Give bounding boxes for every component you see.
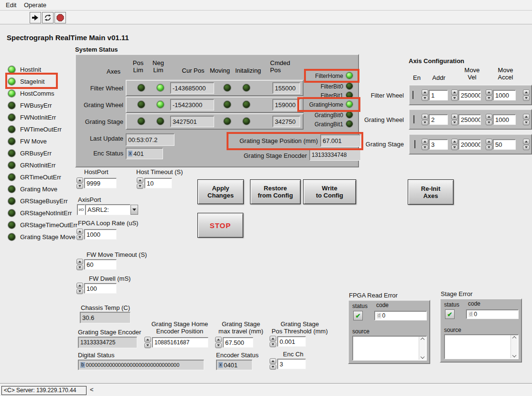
radix-indicator[interactable]: x [128,151,132,156]
scroll-down-icon[interactable] [512,353,516,357]
hostport-input[interactable]: 9999 [84,178,117,188]
gs-max-travel-input[interactable]: 67.500 [223,337,253,348]
fw-move-timeout-label: FW Move Timeout (S) [87,251,147,258]
error-status-button[interactable]: ✔ [445,309,455,319]
fpga-loop-rate-label: FPGA Loop Rate (uS) [78,220,138,227]
scroll-down-icon[interactable] [421,355,424,359]
radix-indicator[interactable]: d [468,311,473,317]
header-cur-pos: Cur Pos [178,67,208,74]
fw-move-timeout-spinner[interactable] [76,259,83,270]
gs-home-encoder-position-input[interactable]: 10885161687 [152,337,208,348]
extra-spinner[interactable] [523,89,530,101]
radix-indicator[interactable]: b [80,362,85,368]
fw-dwell-spinner[interactable] [76,283,83,294]
enc-ch-spinner[interactable] [270,358,276,370]
status-led-fwnotiniterr: FWNotInitErr [8,113,56,121]
addr-input[interactable]: 2 [429,114,448,125]
addr-spinner[interactable] [422,114,428,125]
apply-changes-button[interactable]: Apply Changes [197,179,244,204]
encoder-status-field: x 0401 [216,360,252,370]
filterbit1-led [346,92,353,99]
led-indicator [8,221,15,229]
grating-stage-encoder-label: Grating Stage Encoder [78,329,141,336]
gs-home-encoder-position-spinner[interactable] [144,337,151,348]
error-code-field[interactable]: d 0 [374,311,427,320]
addr-input[interactable]: 1 [429,90,448,100]
axis-config-row-label: Filter Wheel [358,92,404,99]
led-indicator [8,90,15,97]
radix-indicator[interactable]: d [377,313,381,319]
fpga-loop-rate-input[interactable]: 1000 [84,229,117,240]
radix-indicator[interactable]: x [218,362,223,368]
error-source-label: source [444,327,461,333]
axisport-dropdown-button[interactable] [130,205,138,215]
error-source-label: source [352,328,369,335]
move-accel-input[interactable]: 50 [493,139,516,150]
error-code-field[interactable]: d 0 [466,309,519,319]
move-vel-spinner[interactable] [451,89,458,101]
enc-ch-input[interactable]: 3 [277,359,306,369]
error-code-label: code [468,300,480,307]
enable-checkbox[interactable] [413,115,414,123]
collapse-glyph[interactable]: < [90,386,94,393]
page-title: Spectrograph RealTime Main v01.11 [7,33,129,42]
led-indicator [8,114,15,121]
scroll-up-icon[interactable] [512,336,516,340]
stop-button[interactable]: STOP [197,213,243,238]
gs-max-travel-spinner[interactable] [215,337,222,348]
scroll-up-icon[interactable] [421,338,424,341]
enable-checkbox[interactable] [414,140,415,148]
move-vel-input[interactable]: 250000 [458,90,481,100]
restore-from-config-button[interactable]: Restore from Config [250,179,301,204]
toolbar [0,11,532,24]
fw-dwell-label: FW Dwell (mS) [89,275,130,282]
gratinghome-led [346,101,353,108]
host-timeout-input[interactable]: 10 [144,178,172,188]
enable-checkbox[interactable] [413,91,413,99]
filterhome-led [346,72,353,79]
gs-pos-threshold-spinner[interactable] [270,336,276,347]
status-led-fwmove: FW Move [8,137,47,145]
addr-spinner[interactable] [422,89,428,101]
addr-spinner[interactable] [422,139,428,150]
move-accel-spinner[interactable] [486,114,492,125]
menu-operate[interactable]: Operate [24,1,46,9]
scrollbar[interactable] [419,337,426,360]
move-vel-input[interactable]: 200000 [458,139,481,150]
reinit-axes-button[interactable]: Re-Init Axes [408,179,454,205]
fpga-loop-rate-spinner[interactable] [76,229,83,240]
led-indicator [8,102,15,109]
grating-stage-encoder-field: 13133334725 [78,337,137,348]
abort-button[interactable] [54,12,66,23]
gs-pos-threshold-input[interactable]: 0.001 [277,336,306,347]
led-indicator [8,209,15,217]
move-vel-spinner[interactable] [451,114,458,125]
status-led-gratingstagemove: Grating Stage Move [8,233,76,241]
host-timeout-spinner[interactable] [137,177,143,189]
move-accel-spinner[interactable] [486,139,492,150]
run-continuous-button[interactable] [42,12,54,23]
axis-row-label: Grating Wheel [72,101,123,109]
write-to-config-button[interactable]: Write to Config [303,179,356,204]
hostport-spinner[interactable] [76,177,83,189]
scrollbar[interactable] [510,335,518,358]
move-vel-spinner[interactable] [451,139,458,150]
extra-spinner[interactable] [523,139,530,150]
move-vel-input[interactable]: 250000 [458,114,481,125]
error-status-button[interactable]: ✔ [353,311,363,320]
move-accel-input[interactable]: 1000 [493,114,516,125]
error-source-textarea[interactable] [352,336,427,361]
status-led-gratingmove: Grating Move [8,185,57,193]
move-accel-spinner[interactable] [486,89,492,101]
led-indicator [8,78,15,85]
extra-spinner[interactable] [523,114,530,125]
moving-led [224,101,231,108]
run-button[interactable] [30,12,41,23]
error-source-textarea[interactable] [444,334,519,359]
fw-move-timeout-input[interactable]: 60 [84,259,117,270]
fw-dwell-input[interactable]: 100 [84,283,117,294]
axisport-combo[interactable]: ASRL2: [85,204,130,215]
move-accel-input[interactable]: 1000 [493,90,516,100]
menu-edit[interactable]: Edit [6,1,16,9]
addr-input[interactable]: 3 [429,139,448,150]
